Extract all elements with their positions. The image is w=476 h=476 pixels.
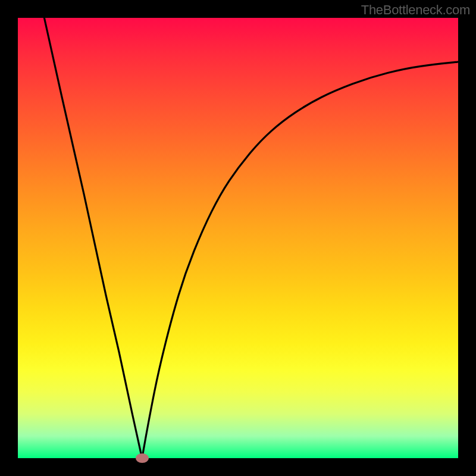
curve-path <box>44 18 458 458</box>
chart-frame: TheBottleneck.com <box>0 0 476 476</box>
plot-area <box>18 18 458 458</box>
bottleneck-curve <box>18 18 458 458</box>
attribution-text: TheBottleneck.com <box>361 2 470 18</box>
minimum-marker <box>136 453 149 463</box>
